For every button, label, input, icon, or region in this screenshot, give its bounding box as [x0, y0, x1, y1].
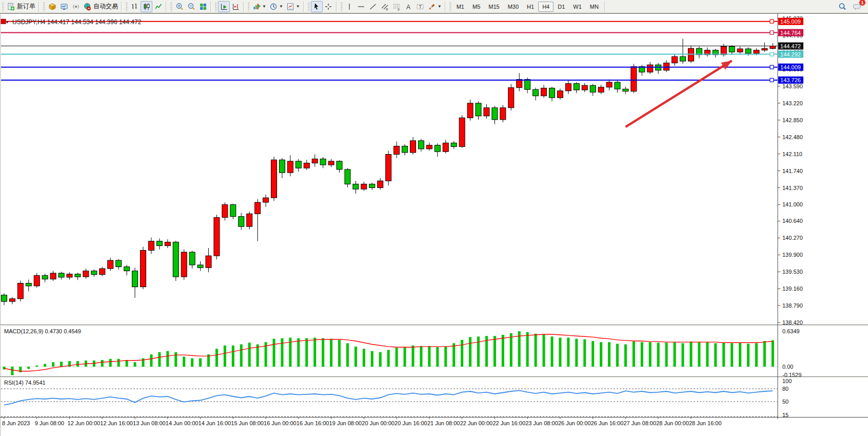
candle-12-Jun-16-00[interactable]	[100, 269, 105, 275]
candle-27-Jun-00-00[interactable]	[606, 82, 612, 87]
candle-22-Jun-00-00[interactable]	[459, 118, 465, 146]
candle-12-Jun-00-00[interactable]	[67, 274, 72, 277]
toolbar-grip[interactable]	[43, 2, 45, 11]
candle-9-Jun-16-00[interactable]	[50, 273, 56, 279]
price-label-144.472[interactable]: 144.472	[778, 43, 803, 50]
timeframe-button-h4[interactable]: H4	[538, 2, 554, 12]
candle-30-Jun-08-00[interactable]	[770, 46, 776, 49]
toolbar-grip[interactable]	[2, 2, 4, 11]
candle-22-Jun-04-00[interactable]	[467, 103, 473, 118]
templates-button[interactable]: ▼	[285, 1, 302, 12]
candle-28-Jun-16-00[interactable]	[688, 48, 694, 61]
candle-26-Jun-20-00[interactable]	[598, 87, 604, 92]
candle-16-Jun-08-00[interactable]	[279, 160, 285, 173]
auto-scroll-button[interactable]	[218, 1, 230, 12]
candle-20-Jun-16-00[interactable]	[394, 146, 400, 155]
candle-14-Jun-00-00[interactable]	[165, 242, 170, 245]
candle-27-Jun-12-00[interactable]	[631, 67, 637, 91]
candle-16-Jun-12-00[interactable]	[287, 161, 293, 173]
bar-chart-button[interactable]	[129, 1, 141, 12]
timeframe-button-mn[interactable]: MN	[586, 2, 603, 12]
equidistant-channel-button[interactable]: E	[379, 1, 391, 12]
candle-16-Jun-00-00[interactable]	[263, 198, 269, 202]
candle-22-Jun-20-00[interactable]	[500, 108, 506, 120]
candle-9-Jun-04-00[interactable]	[26, 283, 31, 286]
candle-22-Jun-12-00[interactable]	[484, 108, 489, 116]
candle-22-Jun-16-00[interactable]	[492, 108, 498, 120]
candle-29-Jun-12-00[interactable]	[729, 47, 735, 52]
candle-21-Jun-00-00[interactable]	[410, 141, 416, 153]
candle-16-Jun-16-00[interactable]	[295, 161, 301, 168]
candle-15-Jun-16-00[interactable]	[247, 214, 252, 226]
line-endpoint-handle[interactable]	[770, 65, 774, 69]
text-button[interactable]: A	[403, 1, 415, 12]
price-label-144.292[interactable]: 144.292	[778, 51, 803, 58]
candle-27-Jun-08-00[interactable]	[623, 89, 628, 91]
timeframe-button-m15[interactable]: M15	[484, 2, 503, 12]
toolbar-grip[interactable]	[308, 2, 310, 11]
candlestick-button[interactable]	[141, 1, 152, 12]
candle-30-Jun-04-00[interactable]	[762, 48, 767, 50]
navigator-button[interactable]	[58, 1, 70, 12]
candle-23-Jun-20-00[interactable]	[549, 88, 555, 98]
timeframe-button-d1[interactable]: D1	[554, 2, 569, 12]
candle-21-Jun-16-00[interactable]	[443, 143, 448, 151]
candle-15-Jun-04-00[interactable]	[222, 204, 228, 217]
timeframe-button-m1[interactable]: M1	[452, 2, 468, 12]
candle-12-Jun-12-00[interactable]	[91, 271, 97, 274]
candle-15-Jun-08-00[interactable]	[230, 204, 236, 216]
indicators-button[interactable]: ▼	[251, 1, 268, 12]
notifications-button[interactable]: 1	[851, 1, 863, 12]
candle-15-Jun-12-00[interactable]	[239, 217, 244, 227]
timeframe-button-m5[interactable]: M5	[468, 2, 484, 12]
candle-13-Jun-20-00[interactable]	[156, 241, 162, 246]
webinar-button[interactable]	[70, 1, 82, 12]
toolbar-grip[interactable]	[126, 2, 128, 11]
candle-29-Jun-16-00[interactable]	[737, 49, 743, 52]
candle-9-Jun-20-00[interactable]	[58, 273, 64, 277]
candle-26-Jun-12-00[interactable]	[582, 85, 587, 90]
candle-13-Jun-00-00[interactable]	[116, 260, 122, 267]
candle-21-Jun-04-00[interactable]	[418, 141, 424, 149]
trendline-button[interactable]	[367, 1, 379, 12]
chart-shift-button[interactable]	[230, 1, 242, 12]
candle-19-Jun-16-00[interactable]	[345, 169, 350, 184]
chart-canvas[interactable]: ▼USDJPY,H4 144.417 144.534 144.396 144.4…	[0, 13, 868, 436]
candle-8-Jun-20-00[interactable]	[9, 299, 15, 301]
candle-14-Jun-08-00[interactable]	[181, 252, 187, 277]
candle-22-Jun-08-00[interactable]	[476, 103, 481, 116]
candle-9-Jun-08-00[interactable]	[34, 275, 40, 286]
candle-19-Jun-00-00[interactable]	[312, 159, 318, 163]
market-watch-button[interactable]	[46, 1, 58, 12]
auto-trading-button[interactable]: 自动交易	[82, 1, 120, 12]
candle-13-Jun-04-00[interactable]	[124, 267, 130, 271]
chart-menu-marker[interactable]: ▼	[5, 20, 9, 25]
candle-28-Jun-12-00[interactable]	[680, 56, 686, 61]
candle-28-Jun-08-00[interactable]	[672, 56, 678, 63]
candle-14-Jun-16-00[interactable]	[198, 265, 203, 268]
price-label-143.726[interactable]: 143.726	[778, 77, 803, 84]
fibonacci-button[interactable]: F	[391, 1, 403, 12]
crosshair-button[interactable]	[323, 1, 334, 12]
horizontal-line-button[interactable]	[356, 1, 367, 12]
line-endpoint-handle[interactable]	[770, 20, 774, 23]
candle-23-Jun-16-00[interactable]	[541, 88, 547, 96]
candle-14-Jun-04-00[interactable]	[173, 242, 179, 277]
vertical-line-button[interactable]	[344, 1, 356, 12]
candle-19-Jun-20-00[interactable]	[353, 184, 359, 189]
candle-13-Jun-08-00[interactable]	[132, 271, 138, 287]
candle-21-Jun-12-00[interactable]	[435, 145, 440, 151]
candle-26-Jun-00-00[interactable]	[557, 91, 563, 98]
text-label-button[interactable]: T	[415, 1, 426, 12]
line-endpoint-handle[interactable]	[770, 31, 774, 34]
toolbar-grip[interactable]	[248, 2, 250, 11]
zoom-in-button[interactable]	[173, 1, 185, 12]
timeframe-button-w1[interactable]: W1	[569, 2, 586, 12]
line-chart-button[interactable]	[152, 1, 164, 12]
timeframe-button-h1[interactable]: H1	[523, 2, 538, 12]
candle-26-Jun-16-00[interactable]	[590, 85, 596, 92]
candle-19-Jun-08-00[interactable]	[328, 161, 334, 165]
candle-15-Jun-00-00[interactable]	[214, 217, 220, 256]
candle-20-Jun-08-00[interactable]	[378, 181, 383, 187]
candle-26-Jun-04-00[interactable]	[565, 84, 571, 91]
